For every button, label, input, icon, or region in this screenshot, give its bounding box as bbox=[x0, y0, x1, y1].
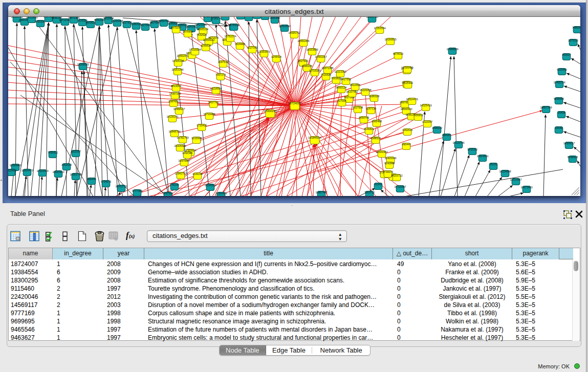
svg-text:19384554: 19384554 bbox=[308, 136, 322, 139]
svg-text:16961758: 16961758 bbox=[70, 173, 81, 176]
svg-text:17016504: 17016504 bbox=[189, 48, 201, 51]
svg-text:8813054: 8813054 bbox=[171, 84, 181, 87]
svg-text:6479197: 6479197 bbox=[171, 26, 181, 29]
svg-text:12505135: 12505135 bbox=[172, 59, 184, 62]
svg-text:19218506: 19218506 bbox=[210, 87, 222, 90]
svg-text:1527602: 1527602 bbox=[298, 59, 308, 62]
svg-text:7955812: 7955812 bbox=[48, 151, 58, 154]
svg-text:22420046: 22420046 bbox=[194, 23, 206, 26]
svg-text:18640910: 18640910 bbox=[52, 170, 64, 173]
svg-text:7485063: 7485063 bbox=[572, 26, 580, 29]
svg-text:10120746: 10120746 bbox=[452, 141, 464, 144]
svg-text:8678332: 8678332 bbox=[393, 52, 403, 55]
svg-text:16099489: 16099489 bbox=[9, 164, 21, 167]
svg-text:1965498: 1965498 bbox=[270, 17, 280, 19]
svg-text:990443: 990443 bbox=[402, 143, 410, 146]
svg-text:1322057: 1322057 bbox=[422, 120, 432, 123]
svg-text:15751074: 15751074 bbox=[224, 35, 236, 38]
svg-text:7863722: 7863722 bbox=[364, 191, 375, 194]
svg-text:16543362: 16543362 bbox=[376, 150, 387, 154]
svg-text:9146821: 9146821 bbox=[364, 127, 374, 130]
svg-text:1965498: 1965498 bbox=[372, 120, 382, 123]
svg-text:8186328: 8186328 bbox=[369, 95, 379, 98]
svg-text:7625402: 7625402 bbox=[403, 81, 413, 84]
svg-text:10958117: 10958117 bbox=[173, 107, 185, 111]
svg-text:10807487: 10807487 bbox=[315, 191, 327, 194]
svg-text:10975867: 10975867 bbox=[178, 159, 190, 162]
svg-text:9115460: 9115460 bbox=[557, 68, 567, 71]
svg-text:16782759: 16782759 bbox=[177, 136, 188, 139]
svg-text:16848784: 16848784 bbox=[168, 130, 180, 133]
svg-text:10688609: 10688609 bbox=[446, 48, 458, 51]
svg-text:15720407: 15720407 bbox=[394, 185, 406, 188]
svg-text:15495754: 15495754 bbox=[553, 81, 565, 84]
svg-text:9329966: 9329966 bbox=[235, 42, 245, 46]
svg-text:18300295: 18300295 bbox=[264, 110, 277, 113]
svg-text:12942757: 12942757 bbox=[175, 172, 186, 175]
svg-text:1156819: 1156819 bbox=[201, 44, 211, 47]
svg-text:7955812: 7955812 bbox=[413, 114, 423, 117]
svg-text:3267130: 3267130 bbox=[366, 107, 376, 110]
svg-text:14325419: 14325419 bbox=[36, 169, 48, 172]
svg-text:1167534: 1167534 bbox=[218, 60, 228, 63]
svg-text:8938923: 8938923 bbox=[568, 156, 578, 159]
svg-text:19524551: 19524551 bbox=[476, 155, 488, 158]
svg-text:1588520: 1588520 bbox=[371, 137, 381, 140]
svg-text:1292346: 1292346 bbox=[182, 151, 192, 155]
svg-text:22420046: 22420046 bbox=[384, 157, 396, 160]
svg-text:25225: 25225 bbox=[490, 163, 497, 166]
svg-text:9699695: 9699695 bbox=[554, 97, 564, 100]
svg-text:12093873: 12093873 bbox=[258, 50, 270, 53]
svg-text:14210722: 14210722 bbox=[390, 174, 402, 177]
svg-text:16033809: 16033809 bbox=[306, 48, 318, 51]
svg-text:16914479: 16914479 bbox=[21, 169, 33, 172]
svg-text:8678332: 8678332 bbox=[229, 24, 239, 27]
svg-text:18640910: 18640910 bbox=[400, 107, 412, 111]
svg-text:19166825: 19166825 bbox=[77, 63, 89, 66]
svg-text:1733426: 1733426 bbox=[197, 124, 207, 127]
svg-text:884067: 884067 bbox=[442, 134, 451, 137]
svg-text:1244415: 1244415 bbox=[271, 55, 281, 58]
svg-text:16099489: 16099489 bbox=[401, 66, 413, 69]
svg-text:15716485: 15716485 bbox=[203, 113, 215, 116]
svg-text:746206: 746206 bbox=[170, 183, 179, 186]
svg-text:16154808: 16154808 bbox=[499, 170, 511, 173]
svg-text:12213967: 12213967 bbox=[510, 178, 521, 181]
svg-text:9242848: 9242848 bbox=[384, 162, 395, 165]
svg-text:1143194: 1143194 bbox=[192, 172, 203, 176]
svg-text:9327508: 9327508 bbox=[353, 106, 363, 109]
svg-text:8454749: 8454749 bbox=[359, 116, 369, 119]
svg-text:417006: 417006 bbox=[337, 99, 346, 102]
svg-text:16409: 16409 bbox=[558, 111, 565, 114]
svg-text:12353594: 12353594 bbox=[374, 27, 385, 30]
svg-text:3215938: 3215938 bbox=[191, 137, 202, 140]
svg-text:16549: 16549 bbox=[555, 126, 563, 129]
svg-text:1362615: 1362615 bbox=[402, 128, 412, 132]
svg-text:20691406: 20691406 bbox=[297, 39, 309, 42]
svg-text:10553267: 10553267 bbox=[315, 55, 326, 58]
svg-text:8427552: 8427552 bbox=[341, 78, 351, 81]
svg-text:12213363: 12213363 bbox=[334, 70, 346, 73]
svg-text:7625402: 7625402 bbox=[8, 169, 16, 172]
svg-text:2975115: 2975115 bbox=[568, 39, 578, 42]
svg-text:14136141: 14136141 bbox=[166, 115, 178, 118]
svg-text:18724007: 18724007 bbox=[288, 102, 301, 105]
svg-text:62160: 62160 bbox=[375, 183, 382, 186]
svg-text:9777169: 9777169 bbox=[132, 189, 142, 192]
svg-text:19166825: 19166825 bbox=[384, 38, 396, 41]
svg-text:16107552: 16107552 bbox=[346, 90, 358, 93]
svg-text:16914479: 16914479 bbox=[406, 98, 418, 101]
svg-text:9474444: 9474444 bbox=[183, 30, 193, 33]
svg-text:18807249: 18807249 bbox=[540, 106, 552, 109]
svg-text:14569117: 14569117 bbox=[563, 142, 575, 145]
svg-text:2087652: 2087652 bbox=[168, 100, 179, 103]
svg-text:15226058: 15226058 bbox=[359, 89, 371, 92]
svg-text:2935114: 2935114 bbox=[198, 28, 208, 31]
svg-text:14210722: 14210722 bbox=[115, 185, 127, 188]
svg-text:1362615: 1362615 bbox=[61, 163, 72, 166]
svg-text:17957253: 17957253 bbox=[169, 92, 181, 95]
svg-text:2718176: 2718176 bbox=[211, 17, 221, 20]
svg-text:16033809: 16033809 bbox=[26, 17, 37, 19]
svg-text:14055752: 14055752 bbox=[288, 31, 300, 34]
svg-text:20053346: 20053346 bbox=[171, 68, 183, 71]
